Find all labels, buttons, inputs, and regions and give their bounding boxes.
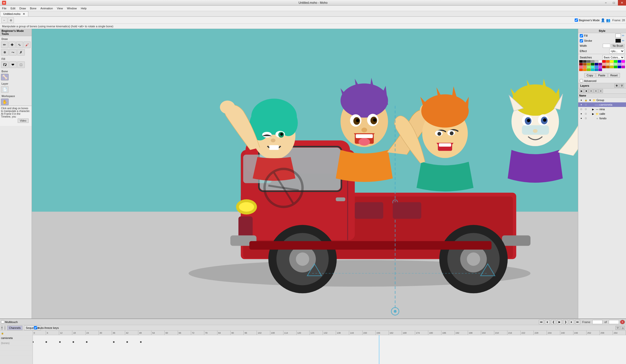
auto-freeze-checkbox[interactable] — [34, 326, 37, 329]
file-tab[interactable]: Untitled.moho ✕ — [0, 11, 28, 16]
swatch-cell[interactable] — [595, 60, 598, 63]
swatch-cell[interactable] — [610, 66, 613, 68]
layer-camioneta[interactable]: ● □ —— camioneta — [578, 102, 626, 107]
swatch-cell[interactable] — [591, 66, 594, 68]
fill-checkbox[interactable] — [580, 34, 583, 37]
close-tab-icon[interactable]: ✕ — [23, 12, 25, 15]
swatch-cell[interactable] — [602, 60, 606, 63]
tl-collapse-button[interactable]: △ — [620, 326, 625, 330]
paste-style-button[interactable]: Paste — [596, 73, 608, 78]
toolbar-btn-2[interactable]: ◎ — [8, 17, 14, 23]
layers-expand-button[interactable]: ▽ — [619, 84, 624, 88]
play-button[interactable]: ▶ — [557, 320, 562, 324]
tool-layer[interactable]: 📄 — [1, 86, 9, 93]
tool-addpt[interactable]: ✚ — [9, 41, 16, 48]
tool-delete[interactable]: ✗ — [17, 49, 25, 56]
no-brush-button[interactable]: No Brush — [611, 44, 624, 48]
channels-button[interactable]: Channels — [7, 326, 22, 330]
swatches-preset-select[interactable]: Basic Colors... — [602, 55, 624, 60]
menu-help[interactable]: Help — [79, 6, 89, 10]
swatch-cell[interactable] — [606, 60, 610, 63]
fill-color-swatch[interactable] — [615, 34, 621, 38]
tool-fill2[interactable]: □ — [17, 61, 25, 68]
swatch-cell[interactable] — [614, 66, 617, 68]
swatch-cell[interactable] — [595, 69, 598, 71]
swatch-cell[interactable] — [610, 60, 613, 63]
fill-edit-icon[interactable]: ✏ — [622, 34, 624, 37]
tool-bucket[interactable]: 🗘 — [1, 61, 9, 68]
tool-curve[interactable]: ∿ — [16, 41, 23, 48]
toolbar-btn-1[interactable]: ← — [1, 17, 7, 23]
effect-select[interactable]: <plu... — [609, 49, 624, 53]
step-forward-button[interactable]: ⏵ — [569, 320, 574, 324]
layer-vis-group[interactable]: ● — [579, 98, 583, 102]
prev-frame-button[interactable]: ❮ — [551, 320, 556, 324]
swatch-cell[interactable] — [595, 66, 598, 68]
layer-calle[interactable]: ● □ ▶ 📁 calle — [578, 111, 626, 116]
multitouch-checkbox[interactable] — [1, 320, 4, 324]
layers-btn-5[interactable]: ≡ — [598, 89, 603, 93]
swatch-cell[interactable] — [579, 66, 583, 68]
swatch-cell[interactable] — [587, 69, 590, 71]
menu-animation[interactable]: Animation — [38, 6, 55, 10]
tool-bone-manip[interactable]: 🦴 — [1, 74, 9, 80]
stroke-color-swatch[interactable] — [615, 39, 621, 43]
layers-settings-button[interactable]: ⚙ — [614, 84, 619, 88]
layer-fondo[interactable]: ● □ ○ fondo — [578, 116, 626, 121]
swatch-cell[interactable] — [618, 66, 621, 68]
swatch-cell[interactable] — [621, 60, 625, 63]
maximize-button[interactable]: □ — [610, 0, 618, 6]
layer-lock-nina[interactable]: □ — [584, 107, 588, 111]
menu-edit[interactable]: Edit — [9, 6, 17, 10]
reset-style-button[interactable]: Reset — [608, 73, 620, 78]
swatch-cell[interactable] — [621, 66, 625, 68]
swatch-cell[interactable] — [614, 60, 617, 63]
layer-lock-group[interactable]: 🔒 — [584, 98, 588, 102]
layer-lock-camioneta[interactable]: □ — [584, 103, 588, 106]
tool-pencil[interactable]: ✏ — [1, 41, 8, 48]
layer-nina[interactable]: □ □ ▶ — nina — [578, 107, 626, 111]
swatch-cell[interactable] — [621, 63, 625, 65]
swatch-cell[interactable] — [579, 69, 583, 71]
tl-del-layer-button[interactable]: - — [4, 326, 6, 330]
total-frames-input[interactable]: 48 — [609, 320, 619, 324]
swatch-cell[interactable] — [598, 69, 602, 71]
layer-lock-calle[interactable]: □ — [584, 112, 588, 116]
swatch-cell[interactable] — [618, 60, 621, 63]
layer-vis-calle[interactable]: ● — [579, 112, 583, 116]
video-button[interactable]: Video — [18, 119, 29, 123]
goto-start-button[interactable]: ⏮ — [539, 320, 544, 324]
layer-vis-fondo[interactable]: ● — [579, 117, 583, 120]
tool-hand[interactable]: ✋ — [1, 99, 9, 105]
tl-expand-button[interactable]: ▽ — [615, 326, 620, 330]
beginners-mode-checkbox[interactable] — [575, 18, 578, 22]
tool-eye[interactable]: ❤ — [9, 61, 17, 68]
layer-expand-nina-icon[interactable]: ▶ — [591, 107, 595, 111]
layers-btn-3[interactable]: ≡ — [589, 89, 593, 93]
layer-vis-nina[interactable]: □ — [579, 107, 583, 111]
layer-expand-calle-icon[interactable]: ▶ — [591, 112, 595, 116]
swatch-cell[interactable] — [591, 63, 594, 65]
close-button[interactable]: ✕ — [618, 0, 626, 6]
swatch-cell[interactable] — [583, 69, 587, 71]
layer-vis-camioneta[interactable]: ● — [579, 103, 583, 106]
copy-style-button[interactable]: Copy — [584, 73, 595, 78]
swatch-cell[interactable] — [583, 66, 587, 68]
swatch-cell[interactable] — [591, 60, 594, 63]
next-frame-button[interactable]: ❯ — [563, 320, 568, 324]
swatch-cell[interactable] — [598, 60, 602, 63]
stroke-checkbox[interactable] — [580, 39, 583, 42]
layers-btn-4[interactable]: ≡ — [594, 89, 598, 93]
swatch-cell[interactable] — [587, 66, 590, 68]
step-back-button[interactable]: ⏴ — [545, 320, 550, 324]
layer-expand-group-icon[interactable]: ▼ — [588, 98, 592, 102]
menu-draw[interactable]: Draw — [17, 6, 28, 10]
width-input[interactable]: 9 — [603, 44, 610, 48]
record-button[interactable]: ● — [620, 320, 625, 324]
stroke-edit-icon[interactable]: ✏ — [622, 39, 624, 42]
layers-btn-2[interactable]: ■ — [584, 89, 589, 93]
swatch-cell[interactable] — [606, 63, 610, 65]
menu-window[interactable]: Window — [65, 6, 79, 10]
swatch-cell[interactable] — [583, 60, 587, 63]
tl-right[interactable]: 0612182430364248546066727884909610210811… — [33, 331, 626, 364]
